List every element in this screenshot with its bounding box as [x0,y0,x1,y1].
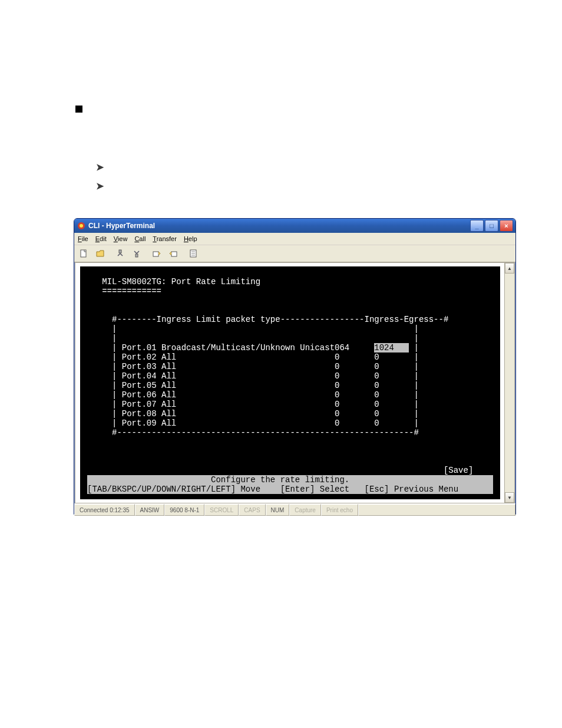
status-scroll: SCROLL [204,504,239,516]
arrow-bullet-icon: ➤ [96,180,104,192]
status-caps: CAPS [239,504,265,516]
menu-help[interactable]: Help [184,235,197,242]
arrow-bullet-icon: ➤ [96,162,104,173]
terminal-viewport: MIL-SM8002TG: Port Rate Limiting =======… [75,262,515,503]
hyperterminal-window: CLI - HyperTerminal _ □ × File Edit View… [74,218,516,515]
status-connected: Connected 0:12:35 [74,504,135,516]
svg-rect-2 [81,250,86,257]
status-emulation: ANSIW [135,504,165,516]
scroll-up-icon[interactable]: ▲ [505,263,514,274]
status-num: NUM [266,504,290,516]
statusbar: Connected 0:12:35 ANSIW 9600 8-N-1 SCROL… [74,503,515,516]
svg-rect-4 [135,254,138,257]
menu-transfer[interactable]: Transfer [153,235,177,242]
status-params: 9600 8-N-1 [164,504,204,516]
menu-call[interactable]: Call [134,235,146,242]
menu-file[interactable]: File [78,235,88,242]
disconnect-icon[interactable] [130,246,144,261]
menu-edit[interactable]: Edit [95,235,107,242]
toolbar [74,245,515,262]
scrollbar[interactable]: ▲ ▼ [504,263,514,503]
app-icon [77,221,86,230]
maximize-button[interactable]: □ [485,220,498,232]
close-button[interactable]: × [500,220,513,232]
svg-rect-5 [153,252,158,256]
minimize-button[interactable]: _ [470,220,484,232]
new-icon[interactable] [77,246,91,261]
status-capture: Capture [289,504,321,516]
menubar: File Edit View Call Transfer Help [74,233,515,245]
titlebar[interactable]: CLI - HyperTerminal _ □ × [74,219,515,233]
menu-view[interactable]: View [114,235,128,242]
connect-icon[interactable] [113,246,127,261]
window-title: CLI - HyperTerminal [88,222,470,230]
svg-rect-3 [119,250,121,253]
terminal[interactable]: MIL-SM8002TG: Port Rate Limiting =======… [80,266,500,499]
svg-point-1 [80,224,83,228]
properties-icon[interactable] [186,246,200,261]
open-icon[interactable] [93,246,107,261]
status-echo: Print echo [321,504,358,516]
send-icon[interactable] [150,246,164,261]
square-bullet-icon [75,106,82,113]
svg-rect-6 [171,252,177,256]
scroll-down-icon[interactable]: ▼ [505,492,514,503]
receive-icon[interactable] [166,246,180,261]
